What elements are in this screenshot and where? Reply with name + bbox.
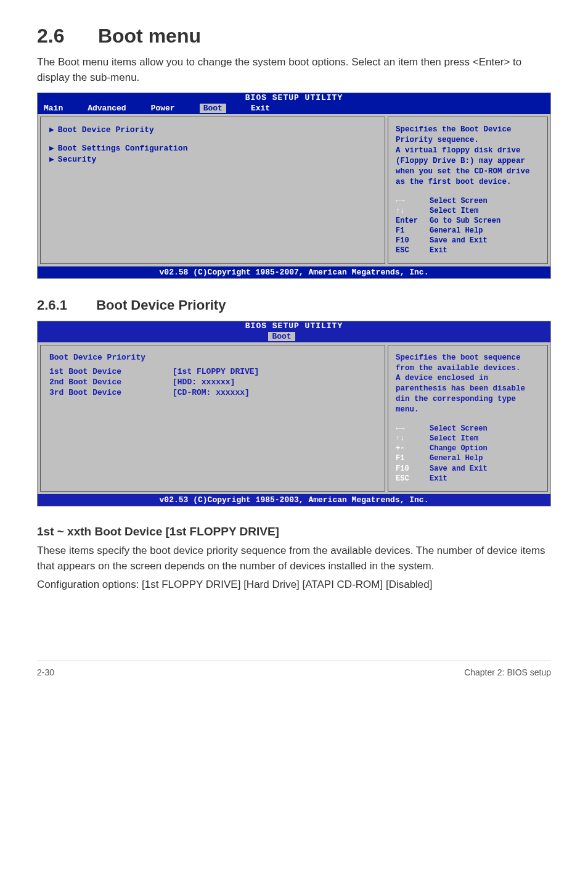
nav-text: Select Item xyxy=(430,206,478,216)
help-text: A virtual floppy disk drive (Floppy Driv… xyxy=(396,146,540,188)
menu-item: Boot Device Priority xyxy=(58,125,154,134)
nav-key: Enter xyxy=(396,216,430,226)
nav-text: Exit xyxy=(430,474,447,484)
bios-left-pane: Boot Device Priority 1st Boot Device [1s… xyxy=(40,345,385,492)
nav-text: Exit xyxy=(430,245,447,255)
nav-key: F1 xyxy=(396,226,430,236)
nav-text: General Help xyxy=(430,226,483,236)
nav-text: Select Screen xyxy=(430,424,488,434)
subsection-heading: 2.6.1 Boot Device Priority xyxy=(37,297,551,313)
boot-device-value: [CD-ROM: xxxxxx] xyxy=(173,388,250,397)
nav-text: Select Screen xyxy=(430,196,488,206)
nav-text: Save and Exit xyxy=(430,236,488,245)
bios-footer: v02.53 (C)Copyright 1985-2003, American … xyxy=(38,494,550,506)
help-text: Specifies the boot sequence from the ava… xyxy=(396,353,540,374)
boot-device-label: 1st Boot Device xyxy=(49,367,173,376)
nav-key: ↑↓ xyxy=(396,434,430,444)
nav-key: F1 xyxy=(396,453,430,463)
submenu-arrow-icon: ▶ xyxy=(49,125,54,134)
bios-title: BIOS SETUP UTILITY xyxy=(38,321,550,331)
nav-key: ↑↓ xyxy=(396,206,430,216)
bios-screenshot-boot-device-priority: BIOS SETUP UTILITY Boot Boot Device Prio… xyxy=(37,321,551,506)
option-description: These items specify the boot device prio… xyxy=(37,543,551,574)
subsection-number: 2.6.1 xyxy=(37,297,92,313)
nav-text: Save and Exit xyxy=(430,464,488,474)
bios-tabs: Boot xyxy=(38,331,550,342)
nav-key: +- xyxy=(396,444,430,453)
page-footer: 2-30 Chapter 2: BIOS setup xyxy=(37,661,551,677)
boot-device-value: [HDD: xxxxxx] xyxy=(173,377,235,387)
tab-main: Main xyxy=(44,104,63,113)
nav-key: ←→ xyxy=(396,196,430,206)
menu-item: Security xyxy=(58,155,96,164)
section-title: Boot menu xyxy=(98,25,201,47)
subsection-title: Boot Device Priority xyxy=(96,297,226,313)
section-number: 2.6 xyxy=(37,25,92,47)
section-intro: The Boot menu items allow you to change … xyxy=(37,55,551,85)
boot-device-label: 3rd Boot Device xyxy=(49,388,173,397)
tab-power: Power xyxy=(151,104,175,113)
bios-footer: v02.58 (C)Copyright 1985-2007, American … xyxy=(38,266,550,278)
chapter-label: Chapter 2: BIOS setup xyxy=(464,667,551,677)
bios-help-pane: Specifies the Boot Device Priority seque… xyxy=(388,117,548,263)
nav-text: General Help xyxy=(430,453,483,463)
nav-key: ←→ xyxy=(396,424,430,434)
option-heading: 1st ~ xxth Boot Device [1st FLOPPY DRIVE… xyxy=(37,525,551,538)
tab-exit: Exit xyxy=(251,104,270,113)
submenu-arrow-icon: ▶ xyxy=(49,155,54,164)
option-config: Configuration options: [1st FLOPPY DRIVE… xyxy=(37,577,551,593)
nav-key: ESC xyxy=(396,474,430,484)
bios-nav-hints: ←→Select Screen ↑↓Select Item +-Change O… xyxy=(396,424,540,484)
boot-device-value: [1st FLOPPY DRIVE] xyxy=(173,367,259,376)
nav-key: F10 xyxy=(396,464,430,474)
bios-nav-hints: ←→Select Screen ↑↓Select Item EnterGo to… xyxy=(396,196,540,256)
nav-text: Select Item xyxy=(430,434,478,444)
bios-title: BIOS SETUP UTILITY xyxy=(38,93,550,102)
nav-text: Go to Sub Screen xyxy=(430,216,500,226)
page-number: 2-30 xyxy=(37,667,54,677)
tab-boot: Boot xyxy=(268,332,295,341)
section-heading: 2.6 Boot menu xyxy=(37,25,551,47)
menu-item: Boot Settings Configuration xyxy=(58,144,188,153)
bios-screenshot-boot-menu: BIOS SETUP UTILITY Main Advanced Power B… xyxy=(37,93,551,278)
submenu-arrow-icon: ▶ xyxy=(49,144,54,153)
bios-list-heading: Boot Device Priority xyxy=(49,353,376,362)
tab-boot: Boot xyxy=(200,104,226,113)
nav-key: F10 xyxy=(396,236,430,245)
nav-key: ESC xyxy=(396,245,430,255)
bios-left-pane: ▶Boot Device Priority ▶Boot Settings Con… xyxy=(40,117,385,263)
help-text: Specifies the Boot Device Priority seque… xyxy=(396,125,540,146)
bios-help-pane: Specifies the boot sequence from the ava… xyxy=(388,345,548,492)
bios-tabs: Main Advanced Power Boot Exit xyxy=(38,102,550,114)
boot-device-label: 2nd Boot Device xyxy=(49,377,173,387)
nav-text: Change Option xyxy=(430,444,488,453)
help-text: A device enclosed in parenthesis has bee… xyxy=(396,373,540,415)
tab-advanced: Advanced xyxy=(88,104,126,113)
